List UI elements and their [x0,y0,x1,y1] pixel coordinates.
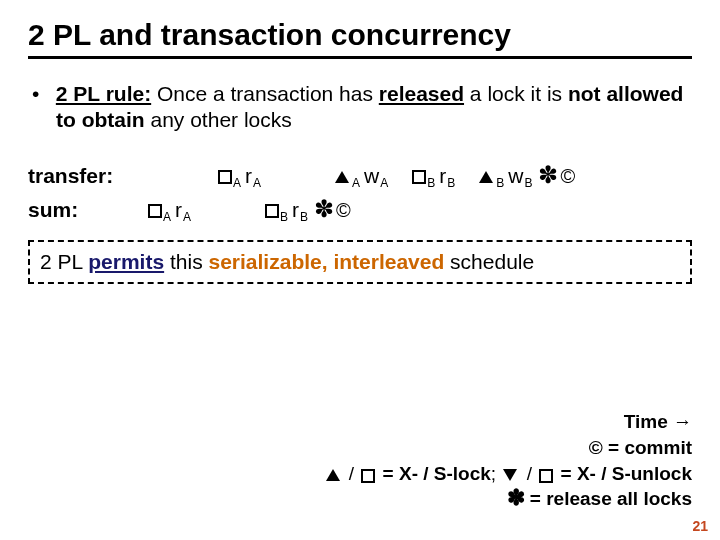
tok-sub: A [352,176,360,190]
rule-mid2: a lock it is [464,82,568,105]
callout-box: 2 PL permits this serializable, interlea… [28,240,692,284]
triangle-down-icon [503,469,519,481]
callout-mid: this [164,250,208,273]
tok-sub: A [253,176,261,190]
commit-icon: © [560,165,575,188]
tok-text: r [439,164,446,188]
triangle-up-icon [335,171,349,183]
tok-square: A [148,203,171,220]
tok-tri-up: A [335,171,360,186]
tok-sub: B [427,176,435,190]
tok-sub: B [524,176,532,190]
legend: Time → © = commit / = X- / S-lock; / = X… [324,409,693,512]
rule-mid1: Once a transaction has [151,82,379,105]
page-number: 21 [692,518,708,534]
tok-sub: A [233,176,241,190]
tok-sub: B [300,210,308,224]
row-transfer-timeline: A rA A wA B rB B wB ✽ © [148,164,575,188]
tok-write: wA [364,164,388,188]
tok-text: r [245,164,252,188]
square-icon [539,468,553,482]
legend-time: Time → [324,409,693,435]
release-icon: ✽ [538,165,558,184]
triangle-up-icon [479,171,493,183]
tok-read: rB [439,164,455,188]
tok-sub: B [447,176,455,190]
legend-commit: © = commit [324,435,693,461]
legend-lock: / = X- / S-lock; / = X- / S-unlock [324,461,693,487]
square-icon [361,468,375,482]
tok-sub: A [183,210,191,224]
legend-sep: / [344,463,360,484]
slide-title: 2 PL and transaction concurrency [28,18,692,59]
tok-sub: B [280,210,288,224]
commit-icon: © [336,199,351,222]
callout-post: schedule [444,250,534,273]
tok-sub: B [496,176,504,190]
legend-release-text: = release all locks [525,488,692,509]
row-transfer: transfer: A rA A wA B rB B wB ✽ © [28,164,692,188]
tok-read: rB [292,198,308,222]
square-icon [148,204,162,218]
tok-text: r [292,198,299,222]
callout-adj: serializable, interleaved [208,250,444,273]
row-sum: sum: A rA B rB ✽ © [28,198,692,222]
tok-square: B [412,169,435,186]
release-icon: ✽ [314,199,334,218]
rule-tail: any other locks [145,108,292,131]
slide-root: 2 PL and transaction concurrency • 2 PL … [0,0,720,540]
row-transfer-label: transfer: [28,164,148,188]
legend-release: ✽ = release all locks [324,486,693,512]
release-icon: ✽ [507,485,525,510]
row-sum-timeline: A rA B rB ✽ © [148,198,351,222]
tok-tri-up: B [479,171,504,186]
legend-unlock-text: = X- / S-unlock [555,463,692,484]
row-sum-label: sum: [28,198,148,222]
tok-square: A [218,169,241,186]
tok-sub: A [380,176,388,190]
triangle-up-icon [326,469,342,481]
legend-sep: / [521,463,537,484]
legend-lock-text: = X- / S-lock [377,463,491,484]
square-icon [412,170,426,184]
tok-write: wB [508,164,532,188]
legend-sep: ; [491,463,502,484]
callout-pre: 2 PL [40,250,88,273]
tok-text: w [508,164,523,188]
square-icon [265,204,279,218]
rule-lead: 2 PL rule: [56,82,151,105]
callout-permits: permits [88,250,164,273]
tok-read: rA [245,164,261,188]
square-icon [218,170,232,184]
rule-released: released [379,82,464,105]
rule-bullet: • 2 PL rule: Once a transaction has rele… [56,81,692,134]
tok-read: rA [175,198,191,222]
tok-text: w [364,164,379,188]
tok-text: r [175,198,182,222]
tok-square: B [265,203,288,220]
bullet-icon: • [32,81,50,107]
tok-sub: A [163,210,171,224]
